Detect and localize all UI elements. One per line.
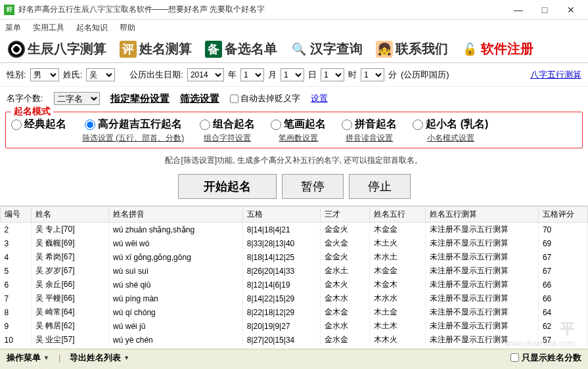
mode-sublink[interactable]: 筛选设置 (五行、部首、分数) [82,133,184,144]
results-table[interactable]: 编号姓名姓名拼音五格三才姓名五行姓名五行测算五格评分 2吴 专上[70]wú z… [0,206,588,347]
table-row[interactable]: 5吴 岁岁[67]wú suì suì8|26|20|14|33金水土木金金未注… [1,264,588,278]
column-header[interactable]: 姓名 [32,207,109,223]
table-row[interactable]: 6吴 余丘[66]wú shé qiū8|12|14|6|19金木火木金木未注册… [1,278,588,292]
table-cell: 未注册不显示五行测算 [426,264,539,278]
table-cell: 金木水 [320,292,369,305]
menu-item[interactable]: 帮助 [120,22,135,33]
settings-link[interactable]: 设置 [311,93,328,104]
filter-link[interactable]: 筛选设置 [180,93,219,105]
column-header[interactable]: 姓名拼音 [109,207,243,223]
year-select[interactable]: 2014 [187,68,224,81]
ops-menu-button[interactable]: 操作菜单 ▼ [7,352,49,364]
main-tabs: 生辰八字测算 评姓名测算 备备选名单 🔍汉字查询 👧联系我们 🔓软件注册 [0,35,588,63]
maximize-button[interactable]: □ [531,1,558,18]
table-cell: wú píng màn [109,292,243,305]
mode-label: 高分超吉五行起名 [98,118,182,131]
gender-select[interactable]: 男 [30,68,59,81]
mode-sublink[interactable]: 笔画数设置 [279,133,318,144]
tab-name-test[interactable]: 评姓名测算 [116,39,196,59]
export-button[interactable]: 导出姓名列表 ▼ [70,352,129,364]
table-row[interactable]: 8吴 崎常[64]wú qí chóng8|22|18|12|29金木金木土金未… [1,305,588,319]
mode-radio[interactable] [342,119,352,130]
table-cell: 8|26|20|14|33 [242,264,320,278]
name-settings-row: 名字个数: 二字名 指定辈份设置 筛选设置 自动去掉贬义字 设置 [0,87,588,110]
table-row[interactable]: 2吴 专上[70]wú zhuān shǎng,shǎng8|14|18|4|2… [1,223,588,237]
show-scores-checkbox[interactable]: 只显示姓名分数 [510,352,581,364]
mode-radio[interactable] [200,119,210,130]
count-label: 名字个数: [7,93,43,104]
table-cell: 木水水 [369,292,426,305]
calendar-note: (公历即国历) [401,69,449,81]
table-cell: 9 [1,319,32,333]
surname-select[interactable]: 吴 [86,68,115,81]
tab-contact[interactable]: 👧联系我们 [372,39,452,59]
mode-option[interactable]: 笔画起名笔画数设置 [271,118,326,144]
start-button[interactable]: 开始起名 [178,174,277,199]
naming-mode-box: 起名模式 经典起名高分超吉五行起名筛选设置 (五行、部首、分数)组合起名组合字符… [5,112,583,148]
table-row[interactable]: 3吴 巍幄[69]wú wēi wó8|33|28|13|40金火金木土火未注册… [1,236,588,250]
day-select[interactable]: 1 [281,68,304,81]
mode-sublink[interactable]: 小名模式设置 [427,133,474,144]
stop-button[interactable]: 停止 [349,174,411,199]
mode-radio[interactable] [271,119,281,130]
column-header[interactable]: 五格 [242,207,320,223]
name-count-select[interactable]: 二字名 [54,92,100,105]
mode-radio[interactable] [11,119,22,130]
mode-option[interactable]: 组合起名组合字符设置 [200,118,255,144]
minimize-button[interactable]: — [505,1,531,18]
column-header[interactable]: 编号 [1,207,32,223]
mode-option[interactable]: 起小名 (乳名)小名模式设置 [413,118,488,144]
tab-register[interactable]: 🔓软件注册 [457,39,537,59]
table-cell: 10 [1,333,32,347]
table-row[interactable]: 7吴 平幔[66]wú píng màn8|14|22|15|29金木水木水水未… [1,292,588,305]
menu-item[interactable]: 菜单 [5,22,21,33]
menu-item[interactable]: 实用工具 [33,22,64,33]
footer-bar: 操作菜单 ▼ | 导出姓名列表 ▼ 只显示姓名分数 [0,349,588,366]
generation-link[interactable]: 指定辈份设置 [110,93,170,105]
column-header[interactable]: 五格评分 [538,207,587,223]
table-cell: 金金火 [320,223,369,237]
mode-label: 组合起名 [213,118,255,131]
table-cell: wú xī gǒng,gǒng,gōng [109,250,243,264]
table-cell: 3 [1,236,32,250]
month-select[interactable]: 1 [240,68,264,81]
mode-sublink[interactable]: 组合字符设置 [204,133,251,144]
table-cell: 木土火 [369,236,426,250]
tab-candidates[interactable]: 备备选名单 [201,39,281,59]
mode-option[interactable]: 经典起名 [11,118,66,131]
mode-label: 起小名 (乳名) [426,118,488,131]
close-button[interactable]: ✕ [558,1,584,18]
table-cell: 8|14|22|15|29 [242,292,320,305]
mode-sublink[interactable]: 拼音读音设置 [346,133,393,144]
minute-select[interactable]: 1 [361,68,384,81]
table-cell: 木金木 [369,278,426,292]
table-cell: 8|14|18|4|21 [242,223,320,237]
table-cell: wú qí chóng [109,305,243,319]
mode-radio[interactable] [85,119,95,130]
mode-label: 经典起名 [24,118,66,131]
app-icon: 好 [4,5,14,15]
auto-remove-checkbox[interactable]: 自动去掉贬义字 [230,93,300,104]
table-row[interactable]: 4吴 希岗[67]wú xī gǒng,gǒng,gōng8|18|14|12|… [1,250,588,264]
chevron-down-icon: ▼ [43,355,49,361]
hour-select[interactable]: 1 [321,68,344,81]
column-header[interactable]: 三才 [320,207,369,223]
bazi-link[interactable]: 八字五行测算 [530,69,581,81]
table-cell: 木金金 [369,223,426,237]
column-header[interactable]: 姓名五行 [369,207,426,223]
mode-option[interactable]: 拼音起名拼音读音设置 [342,118,397,144]
table-cell: 金木金 [320,305,369,319]
table-row[interactable]: 10吴 业尘[57]wú yè chén8|27|20|15|34金水金木木火未… [1,333,588,347]
tab-bazi[interactable]: 生辰八字测算 [4,39,110,59]
mode-radio[interactable] [413,119,423,130]
table-cell: wú wēi wó [109,236,243,250]
table-cell: 6 [1,278,32,292]
mode-option[interactable]: 高分超吉五行起名筛选设置 (五行、部首、分数) [82,118,184,144]
table-row[interactable]: 9吴 帏居[62]wú wéi jū8|20|19|9|27金水水木土木未注册不… [1,319,588,333]
menu-item[interactable]: 起名知识 [76,22,108,33]
pause-button[interactable]: 暂停 [282,174,344,199]
column-header[interactable]: 姓名五行测算 [426,207,539,223]
gender-label: 性别: [7,69,26,81]
tab-hanzi[interactable]: 🔍汉字查询 [286,39,367,59]
table-cell: 金金火 [320,250,369,264]
